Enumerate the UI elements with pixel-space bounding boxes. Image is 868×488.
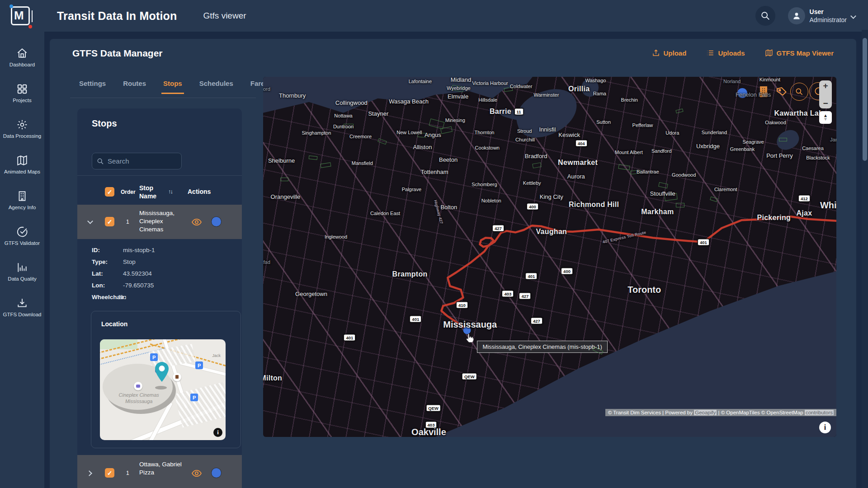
grid-icon [16,83,28,95]
user-menu[interactable]: User Administrator [788,7,855,24]
highway-shield: 403 [502,290,514,297]
location-title: Location [101,320,127,328]
eye-icon[interactable] [191,218,202,228]
scrollbar-thumb[interactable] [863,38,867,161]
map-city-label: Angus [425,131,441,138]
map-city-label: Mississauga [443,319,497,330]
search-icon [97,158,104,165]
map-city-label: Nottawa [334,113,352,118]
sidebar-item-dashboard[interactable]: Dashboard [0,40,44,75]
map-city-label: Pefferlaw [632,122,653,128]
page-scrollbar[interactable] [862,30,868,488]
select-all-checkbox[interactable]: ✓ [105,187,114,197]
map-info-button[interactable]: i [819,422,831,433]
map-city-label: Bolton [440,203,457,210]
map-city-label: Ballantrae [637,169,659,174]
search-icon [795,87,804,96]
map-city-label: Stouffville [650,190,675,197]
collapse-chevron-icon[interactable] [87,218,93,224]
stop-color-swatch[interactable] [212,217,221,226]
map-city-label: Hillsdale [478,97,497,103]
tab-settings[interactable]: Settings [77,77,108,93]
park-outline [280,178,288,181]
park-outline [676,203,684,207]
map-city-label: Stayner [368,110,388,117]
highway-shield: 403 [425,421,437,428]
map-city-label: Creemore [349,134,372,139]
search-input[interactable] [108,157,171,165]
map-city-label: Blackstock [806,155,830,160]
map-city-label: Singhampton [302,130,331,136]
sidebar-item-projects[interactable]: Projects [0,75,44,111]
uploads-button[interactable]: Uploads [706,49,745,57]
divider [77,175,242,176]
map-search-button[interactable] [790,83,808,101]
sidebar-item-animated-maps[interactable]: Animated Maps [0,147,44,183]
expand-chevron-icon[interactable] [86,470,92,476]
tag-layer-button[interactable] [776,87,788,99]
parking-icon: P [195,361,203,369]
map-city-label: Udora [665,130,679,136]
stop-type: Stop [123,258,227,265]
row-checkbox[interactable]: ✓ [105,468,114,478]
eye-icon[interactable] [191,469,202,479]
map-city-label: Ajax [796,209,812,217]
map-canvas[interactable]: Mississauga, Cineplex Cinemas (mis-stopb… [263,77,836,437]
map-city-label: Claremont [714,187,737,192]
stop-row-ottawa[interactable]: ✓ 1 Ottawa, Gabriel Pizza [77,455,242,488]
map-city-label: Inglewood [325,234,347,239]
geoapify-link[interactable]: Geoapify [694,410,717,415]
tab-schedules[interactable]: Schedules [198,77,235,93]
map-city-label: Norland [723,79,741,84]
highway-shield: 427 [531,317,542,324]
row-checkbox[interactable]: ✓ [105,217,114,226]
stop-color-swatch[interactable] [212,468,221,478]
map-icon [16,155,28,166]
sidebar-item-data-processing[interactable]: Data Processing [0,111,44,147]
mini-map[interactable]: Cineplex Cinemas Mississauga P P P Jack [100,339,226,440]
chevron-down-icon [850,13,856,19]
pitch-control[interactable]: ▲ ▼ [819,111,832,124]
map-city-label: Coldwater [510,84,533,89]
stops-search [92,153,182,169]
building-icon [16,190,28,202]
map-city-label: Kawartha Lak [774,109,823,117]
map-city-label: Orillia [568,85,590,93]
sidebar-item-gtfs-download[interactable]: GTFS Download [0,290,44,325]
map-city-label: Aurora [567,173,585,179]
gtfs-map-viewer-button[interactable]: GTFS Map Viewer [765,49,834,57]
zoom-in-button[interactable]: + [823,81,828,90]
map-city-label: Brechin [621,97,638,103]
map-city-label: Pickering [757,214,791,222]
highway-shield: 401 [698,239,709,245]
map-city-label: ford [263,86,270,92]
stops-heading: Stops [92,118,117,129]
tab-routes[interactable]: Routes [121,77,148,93]
map-city-label: Rama [593,91,606,96]
map-city-label: Jan [830,137,836,142]
highway-shield: 404 [576,140,587,147]
stop-tooltip: Mississauga, Cineplex Cinemas (mis-stopb… [477,341,607,353]
map-city-label: Victoria Harbour [472,80,508,86]
minimap-info-button[interactable]: i [213,428,222,437]
stop-row-mississauga[interactable]: ✓ 1 Mississauga, Cineplex Cinemas [77,205,242,239]
map-city-label: Stroud [517,128,532,134]
map-city-label: Warminster [533,92,559,98]
tab-stops[interactable]: Stops [161,77,184,94]
upload-button[interactable]: Upload [652,49,687,57]
stop-lat: 43.592304 [123,270,227,277]
sidebar-item-gtfs-validator[interactable]: GTFS Validator [0,218,44,254]
tag-icon [776,87,788,98]
sort-arrows-icon[interactable]: ↑↓ [168,188,172,195]
osm-contributors-link[interactable]: contributors [805,410,834,415]
highway-shield: 427 [492,225,504,231]
header-search-button[interactable] [755,6,775,26]
highway-shield: 410 [456,302,468,309]
tab-bar: Settings Routes Stops Schedules Fares [70,77,256,98]
map-city-label: Collingwood [335,99,368,106]
zoom-out-button[interactable]: − [823,99,828,108]
column-actions: Actions [188,188,211,195]
sidebar-item-data-quality[interactable]: Data Quality [0,254,44,290]
map-city-label: Oakville [411,427,446,437]
sidebar-item-agency-info[interactable]: Agency Info [0,183,44,218]
